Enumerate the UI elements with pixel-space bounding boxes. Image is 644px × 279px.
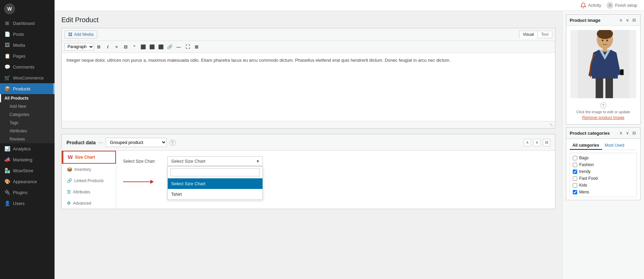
visual-button[interactable]: Visual	[519, 31, 537, 38]
image-section-down-button[interactable]: ∨	[625, 17, 630, 23]
remove-image-link[interactable]: Remove product image	[570, 115, 636, 120]
sidebar-item-posts[interactable]: 📄 Posts	[0, 29, 55, 40]
product-image-svg	[573, 30, 634, 98]
sidebar-item-appearance[interactable]: 🎨 Appearance	[0, 176, 55, 187]
sidebar-item-pages[interactable]: 📋 Pages	[0, 50, 55, 61]
categories-section-header: Product categories ∧ ∨ ⊟	[566, 127, 641, 138]
pd-tab-size-chart[interactable]: 𝕎 Size Chart	[62, 151, 115, 163]
cat-checkbox-fashion[interactable]	[573, 163, 577, 167]
format-select[interactable]: Paragraph Heading 1 Heading 2	[64, 43, 94, 50]
pd-collapse-down-button[interactable]: ∨	[533, 139, 541, 146]
align-left-button[interactable]: ⬛	[139, 43, 147, 51]
product-type-help-icon[interactable]: ?	[169, 140, 176, 146]
product-image-area: ? Click the image to edit or update Remo…	[566, 26, 640, 124]
sidebar: W ⊞ Dashboard 📄 Posts 🖼 Media 📋 Pages 💬 …	[0, 0, 55, 279]
cat-checkbox-kids[interactable]	[573, 183, 577, 188]
dropdown-option-tshirt[interactable]: Tshirt	[168, 189, 263, 200]
sidebar-item-media[interactable]: 🖼 Media	[0, 40, 55, 50]
pd-tab-linked-products[interactable]: 🔗 Linked Products	[62, 175, 116, 186]
sidebar-item-dashboard[interactable]: ⊞ Dashboard	[0, 18, 55, 29]
sidebar-item-wowstore[interactable]: 🏪 WowStore	[0, 165, 55, 176]
categories-label: Categories	[10, 112, 29, 117]
sidebar-item-analytics[interactable]: 📊 Analytics	[0, 143, 55, 154]
sidebar-item-users[interactable]: 👤 Users	[0, 198, 55, 209]
cat-checkbox-fastfood[interactable]	[573, 176, 577, 181]
text-button[interactable]: Text	[537, 31, 552, 38]
sidebar-item-add-new[interactable]: Add New	[0, 102, 55, 111]
analytics-icon: 📊	[4, 146, 10, 151]
cat-tab-all[interactable]: All categories	[570, 142, 602, 150]
pd-collapse-toggle-button[interactable]: ⊟	[543, 139, 550, 146]
more-button[interactable]: —	[175, 43, 183, 51]
cat-tab-most-used[interactable]: Most Used	[602, 142, 627, 150]
ordered-list-button[interactable]: ⊟	[121, 43, 130, 51]
categories-up-button[interactable]: ∧	[618, 130, 624, 136]
cat-label-mens: Mens	[579, 190, 589, 194]
categories-toggle-button[interactable]: ⊟	[631, 130, 637, 136]
image-help-icon[interactable]: ?	[600, 102, 606, 108]
cat-checkbox-trendy[interactable]	[573, 170, 577, 174]
active-indicator	[53, 83, 55, 94]
bold-button[interactable]: B	[95, 43, 103, 51]
finish-setup-icon: ⊙	[606, 2, 613, 9]
align-center-button[interactable]: ⬛	[148, 43, 156, 51]
sidebar-item-comments[interactable]: 💬 Comments	[0, 61, 55, 72]
attributes-tab-label: Attributes	[73, 190, 90, 194]
fullscreen-button[interactable]: ⛶	[183, 43, 192, 51]
advanced-tab-icon: ⚙	[67, 201, 71, 206]
product-data-tabs: 𝕎 Size Chart 📦 Inventory 🔗 Linked Produc…	[62, 151, 116, 209]
sidebar-item-marketing[interactable]: 📣 Marketing	[0, 154, 55, 165]
sidebar-item-label: Marketing	[13, 157, 32, 162]
sidebar-item-label: Dashboard	[13, 21, 35, 26]
editor-body[interactable]: Integer neque dolor, ultrices non purus …	[62, 53, 555, 121]
product-data-controls: ∧ ∨ ⊟	[524, 139, 550, 146]
product-image-placeholder[interactable]	[570, 30, 636, 98]
sidebar-item-attributes[interactable]: Attributes	[0, 127, 55, 135]
sidebar-item-label: Pages	[13, 54, 26, 59]
finish-setup-button[interactable]: ⊙ Finish setup	[606, 2, 637, 9]
products-icon: 📦	[4, 86, 10, 91]
marketing-icon: 📣	[4, 157, 10, 162]
activity-button[interactable]: Activity	[580, 2, 601, 9]
sidebar-item-all-products[interactable]: All Products	[0, 94, 55, 102]
size-chart-tab-icon: 𝕎	[68, 155, 73, 160]
align-right-button[interactable]: ⬛	[157, 43, 165, 51]
activity-label: Activity	[588, 3, 601, 8]
unordered-list-button[interactable]: ≡	[113, 43, 121, 51]
sidebar-item-tags[interactable]: Tags	[0, 119, 55, 127]
linked-products-tab-icon: 🔗	[67, 178, 72, 183]
sidebar-item-label: WowStore	[13, 168, 33, 173]
image-section-up-button[interactable]: ∧	[618, 17, 624, 23]
pd-collapse-up-button[interactable]: ∧	[524, 139, 531, 146]
pd-tab-inventory[interactable]: 📦 Inventory	[62, 164, 116, 175]
sidebar-logo: W	[0, 0, 55, 18]
image-section-toggle-button[interactable]: ⊟	[631, 17, 637, 23]
sidebar-item-products[interactable]: 📦 Products	[0, 83, 55, 94]
sidebar-item-categories[interactable]: Categories	[0, 111, 55, 119]
add-media-button[interactable]: 🖼 Add Media	[64, 30, 97, 39]
pd-tab-advanced[interactable]: ⚙ Advanced	[62, 197, 116, 209]
add-new-label: Add New	[10, 104, 26, 109]
add-media-label: Add Media	[74, 32, 93, 37]
product-type-select[interactable]: Grouped product Simple product External/…	[106, 138, 167, 147]
categories-list: Bags Fashion trendy Fast Food	[570, 153, 637, 197]
dropdown-option-select[interactable]: Select Size Chart	[168, 178, 263, 189]
blockquote-button[interactable]: "	[130, 43, 138, 51]
categories-down-button[interactable]: ∨	[625, 130, 630, 136]
sidebar-item-label: Products	[13, 86, 30, 91]
cat-item-fastfood: Fast Food	[571, 175, 635, 182]
sidebar-item-woocommerce[interactable]: 🛒 WooCommerce	[0, 72, 55, 83]
pd-tab-attributes[interactable]: ☰ Attributes	[62, 186, 116, 197]
attributes-tab-icon: ☰	[67, 189, 71, 194]
table-button[interactable]: ⊞	[192, 43, 200, 51]
link-button[interactable]: 🔗	[166, 43, 174, 51]
italic-button[interactable]: I	[104, 43, 112, 51]
size-chart-select-button[interactable]: Select Size Chart ▾	[167, 156, 263, 166]
sidebar-item-plugins[interactable]: 🔌 Plugins	[0, 187, 55, 198]
cat-checkbox-mens[interactable]	[573, 190, 577, 194]
cat-checkbox-bags[interactable]	[573, 156, 577, 160]
sidebar-item-reviews[interactable]: Reviews	[0, 135, 55, 143]
dashboard-icon: ⊞	[4, 20, 10, 26]
dropdown-search-input[interactable]	[170, 168, 260, 176]
size-chart-row: Select Size Chart Select Size Chart ▾	[123, 156, 548, 166]
